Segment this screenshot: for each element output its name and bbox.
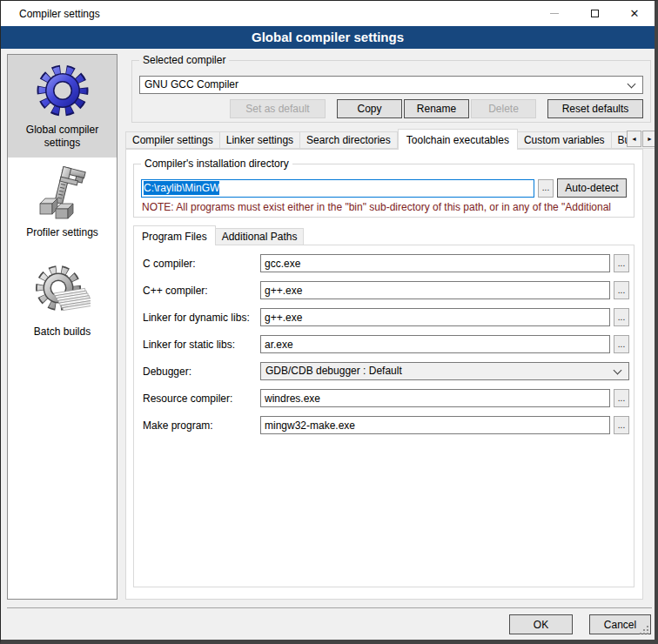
field-row-make-program: Make program:... — [143, 416, 629, 434]
field-label: C compiler: — [143, 254, 260, 272]
resize-grip[interactable] — [640, 626, 650, 636]
tab-search-directories[interactable]: Search directories — [300, 131, 398, 149]
c-compiler-browse-button[interactable]: ... — [614, 254, 629, 272]
program-files-tabs: Program FilesAdditional Paths — [133, 225, 638, 245]
sidebar-item-profiler-settings[interactable]: Profiler settings — [8, 158, 117, 257]
installation-directory-row: C:\raylib\MinGW ... Auto-detect — [141, 178, 627, 198]
resource-compiler-browse-button[interactable]: ... — [614, 389, 629, 407]
caliper-icon — [35, 165, 91, 221]
settings-category-list: Global compiler settings — [7, 54, 118, 600]
c-compiler-browse-button[interactable]: ... — [614, 281, 629, 299]
toolchain-tabs: Compiler settingsLinker settingsSearch d… — [125, 129, 657, 150]
field-label: C++ compiler: — [143, 281, 260, 299]
selected-compiler-group-label: Selected compiler — [139, 54, 229, 66]
sidebar-item-label: Profiler settings — [8, 225, 117, 246]
selected-compiler-select[interactable]: GNU GCC Compiler — [139, 76, 643, 94]
sidebar-item-label: Global compiler settings — [8, 122, 117, 157]
field-control: GDB/CDB debugger : Default — [260, 362, 629, 380]
installation-directory-note: NOTE: All programs must exist either in … — [142, 201, 631, 213]
close-icon: ✕ — [630, 8, 640, 19]
selected-compiler-value: GNU GCC Compiler — [144, 78, 238, 91]
field-control — [260, 254, 610, 272]
rename-button[interactable]: Rename — [404, 99, 469, 118]
footer-separator — [7, 607, 652, 608]
linker-for-static-libs-input[interactable] — [260, 335, 610, 353]
chevron-down-icon — [614, 366, 622, 375]
title-bar: Compiler settings ✕ — [1, 1, 655, 26]
sidebar-item-label: Batch builds — [8, 324, 117, 345]
tab-program-files[interactable]: Program Files — [133, 225, 216, 245]
set-as-default-button: Set as default — [230, 99, 326, 118]
field-row-resource-compiler: Resource compiler:... — [143, 389, 629, 407]
field-control — [260, 416, 610, 434]
installation-directory-input[interactable]: C:\raylib\MinGW — [141, 179, 534, 198]
c-compiler-input[interactable] — [260, 254, 610, 272]
linker-for-static-libs-browse-button[interactable]: ... — [614, 335, 629, 353]
field-label: Linker for dynamic libs: — [143, 308, 260, 326]
installation-directory-value: C:\raylib\MinGW — [144, 181, 219, 195]
field-control — [260, 308, 610, 326]
make-program-browse-button[interactable]: ... — [614, 416, 629, 434]
sidebar-item-batch-builds[interactable]: Batch builds — [8, 257, 117, 356]
sidebar-item-global-compiler-settings[interactable]: Global compiler settings — [8, 55, 117, 158]
tab-additional-paths[interactable]: Additional Paths — [216, 228, 305, 245]
selected-compiler-group: Selected compiler GNU GCC Compiler Set a… — [131, 60, 651, 123]
tab-compiler-settings[interactable]: Compiler settings — [125, 131, 220, 149]
linker-for-dynamic-libs-input[interactable] — [260, 308, 610, 326]
auto-detect-button[interactable]: Auto-detect — [557, 178, 627, 198]
reset-defaults-button[interactable]: Reset defaults — [547, 99, 643, 118]
gray-gear-stack-icon — [35, 265, 91, 320]
field-row-debugger: Debugger:GDB/CDB debugger : Default — [143, 362, 629, 380]
close-button[interactable]: ✕ — [614, 1, 655, 26]
resource-compiler-input[interactable] — [260, 389, 610, 407]
field-label: Make program: — [143, 416, 260, 434]
field-control — [260, 281, 610, 299]
tab-scroll-left-button[interactable]: ◄ — [627, 131, 641, 147]
field-row-c-compiler: C compiler:... — [143, 254, 629, 272]
toolchain-executables-page: Compiler's installation directory C:\ray… — [125, 149, 643, 600]
arrow-right-icon: ► — [647, 136, 653, 142]
tab-toolchain-executables[interactable]: Toolchain executables — [398, 129, 518, 150]
minimize-button[interactable] — [534, 1, 574, 26]
maximize-button[interactable] — [574, 1, 614, 26]
field-label: Resource compiler: — [143, 389, 260, 407]
compiler-settings-dialog: Compiler settings ✕ Global compiler sett… — [0, 0, 658, 644]
c-compiler-input[interactable] — [260, 281, 610, 299]
installation-directory-browse-button[interactable]: ... — [538, 179, 554, 198]
maximize-icon — [591, 10, 599, 17]
minimize-icon — [550, 13, 559, 14]
chevron-down-icon — [628, 80, 636, 89]
delete-button: Delete — [471, 99, 536, 118]
linker-for-dynamic-libs-browse-button[interactable]: ... — [614, 308, 629, 326]
field-row-linker-for-dynamic-libs: Linker for dynamic libs:... — [143, 308, 629, 326]
program-files-panel: C compiler:...C++ compiler:...Linker for… — [133, 245, 634, 587]
arrow-left-icon: ◄ — [631, 136, 637, 142]
window-title: Compiler settings — [1, 8, 100, 20]
blue-gear-icon — [35, 63, 91, 118]
copy-button[interactable]: Copy — [337, 99, 402, 118]
tab-scroll-right-button[interactable]: ► — [642, 131, 657, 147]
field-control — [260, 389, 610, 407]
field-label: Linker for static libs: — [143, 335, 260, 353]
dialog-banner-title: Global compiler settings — [1, 26, 655, 49]
installation-directory-group: Compiler's installation directory C:\ray… — [133, 164, 634, 218]
ok-button[interactable]: OK — [509, 614, 573, 634]
field-control — [260, 335, 610, 353]
debugger-select[interactable]: GDB/CDB debugger : Default — [260, 362, 629, 380]
field-row-linker-for-static-libs: Linker for static libs:... — [143, 335, 629, 353]
tab-linker-settings[interactable]: Linker settings — [220, 131, 300, 149]
installation-directory-group-label: Compiler's installation directory — [141, 158, 292, 170]
combo-value: GDB/CDB debugger : Default — [265, 365, 402, 377]
field-label: Debugger: — [143, 362, 260, 380]
make-program-input[interactable] — [260, 416, 610, 434]
field-row-c-compiler: C++ compiler:... — [143, 281, 629, 299]
compiler-actions-row: Set as defaultCopyRenameDeleteReset defa… — [139, 99, 643, 118]
tab-custom-variables[interactable]: Custom variables — [518, 131, 612, 149]
